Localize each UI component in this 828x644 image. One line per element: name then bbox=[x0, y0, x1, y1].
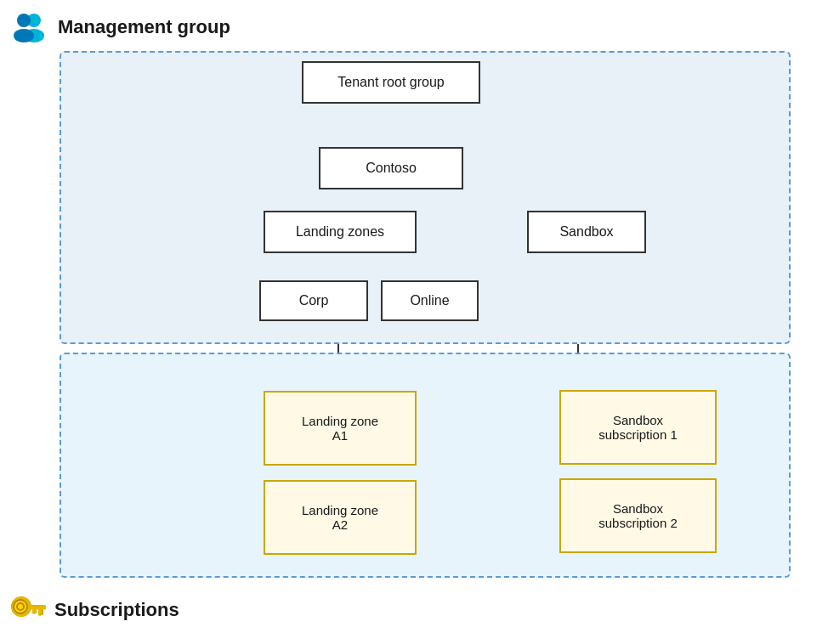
management-group-label: Management group bbox=[58, 16, 230, 38]
sandbox-subscription-1-node: Sandbox subscription 1 bbox=[559, 390, 717, 465]
key-icon bbox=[9, 591, 46, 629]
users-icon bbox=[9, 7, 49, 48]
management-group-header: Management group bbox=[9, 7, 230, 48]
sandbox-subscription-2-node: Sandbox subscription 2 bbox=[559, 478, 717, 553]
svg-point-34 bbox=[14, 600, 27, 613]
corp-node: Corp bbox=[259, 280, 368, 321]
landing-zone-a2-node: Landing zone A2 bbox=[264, 480, 417, 555]
subscriptions-footer: Subscriptions bbox=[9, 591, 179, 629]
landing-zone-a1-node: Landing zone A1 bbox=[264, 391, 417, 466]
online-node: Online bbox=[381, 280, 479, 321]
sandbox-node: Sandbox bbox=[527, 211, 646, 253]
subscriptions-label: Subscriptions bbox=[54, 599, 179, 621]
contoso-node: Contoso bbox=[319, 147, 463, 189]
tenant-root-node: Tenant root group bbox=[302, 61, 480, 104]
svg-point-23 bbox=[17, 14, 31, 27]
landing-zones-node: Landing zones bbox=[264, 211, 417, 253]
svg-point-24 bbox=[14, 29, 34, 42]
